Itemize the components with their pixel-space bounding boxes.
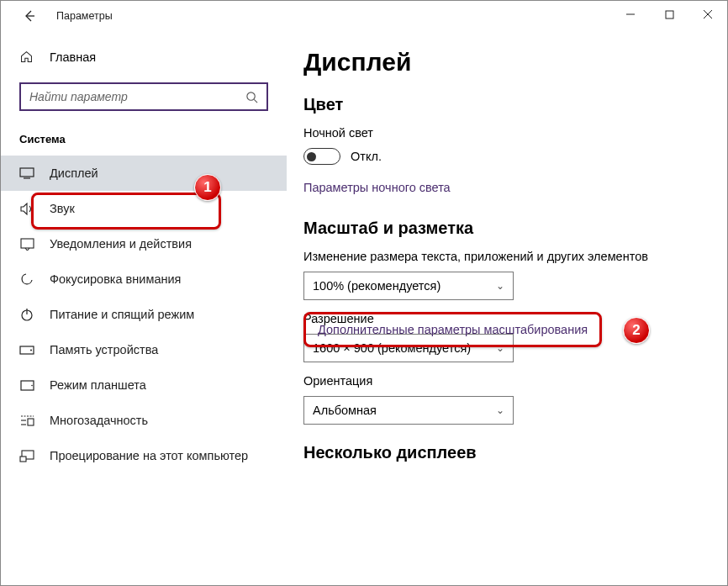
maximize-button[interactable] (650, 1, 688, 28)
advanced-scale-link[interactable]: Дополнительные параметры масштабирования (318, 323, 588, 336)
search-field[interactable] (29, 90, 245, 103)
home-link[interactable]: Главная (1, 43, 287, 71)
page-title: Дисплей (303, 48, 694, 77)
close-button[interactable] (688, 1, 727, 28)
dropdown-value: 100% (рекомендуется) (313, 279, 440, 293)
svg-rect-8 (21, 239, 34, 248)
storage-icon (19, 346, 34, 355)
section-multi: Несколько дисплеев (303, 443, 694, 462)
sidebar-item-power[interactable]: Питание и спящий режим (1, 297, 287, 332)
sidebar-item-storage[interactable]: Память устройства (1, 332, 287, 367)
dropdown-value: Альбомная (313, 404, 377, 417)
sidebar-item-notifications[interactable]: Уведомления и действия (1, 226, 287, 261)
titlebar: Параметры (1, 1, 727, 31)
sidebar-item-label: Фокусировка внимания (50, 272, 181, 286)
night-light-toggle[interactable] (303, 148, 340, 165)
orientation-dropdown[interactable]: Альбомная ⌄ (303, 396, 514, 425)
minimize-button[interactable] (611, 1, 650, 28)
home-icon (19, 50, 34, 64)
svg-rect-6 (20, 168, 34, 177)
content-area: Дисплей Цвет Ночной свет Откл. Параметры… (287, 31, 727, 585)
power-icon (19, 308, 34, 321)
sidebar-item-label: Проецирование на этот компьютер (50, 449, 248, 462)
search-input[interactable] (19, 82, 268, 111)
multitask-icon (19, 414, 34, 427)
notifications-icon (19, 238, 34, 251)
sound-icon (19, 203, 34, 215)
sidebar-item-display[interactable]: Дисплей (1, 156, 287, 191)
window-controls (611, 1, 727, 28)
night-light-label: Ночной свет (303, 126, 694, 140)
callout-2: Дополнительные параметры масштабирования (303, 312, 602, 347)
tablet-icon (19, 380, 34, 391)
annotation-badge-2: 2 (623, 317, 650, 344)
home-label: Главная (50, 50, 96, 64)
chevron-down-icon: ⌄ (496, 280, 504, 292)
sidebar-item-label: Многозадачность (50, 414, 148, 427)
sidebar-item-label: Режим планшета (50, 378, 146, 392)
sidebar-item-sound[interactable]: Звук (1, 191, 287, 226)
night-light-settings-link[interactable]: Параметры ночного света (303, 181, 451, 194)
toggle-state: Откл. (351, 150, 382, 163)
section-scale: Масштаб и разметка (303, 219, 694, 238)
sidebar-item-label: Уведомления и действия (50, 237, 192, 251)
svg-rect-17 (28, 419, 34, 425)
back-button[interactable] (16, 3, 43, 29)
orientation-label: Ориентация (303, 374, 694, 388)
sidebar-group-title: Система (1, 129, 287, 156)
svg-point-14 (31, 384, 33, 386)
focus-icon (19, 272, 34, 286)
svg-rect-1 (666, 11, 673, 18)
svg-line-5 (254, 99, 257, 103)
sidebar-item-tablet[interactable]: Режим планшета (1, 367, 287, 403)
projection-icon (19, 450, 34, 462)
sidebar-item-projection[interactable]: Проецирование на этот компьютер (1, 438, 287, 473)
scale-dropdown[interactable]: 100% (рекомендуется) ⌄ (303, 272, 514, 300)
svg-point-12 (30, 349, 32, 351)
section-color: Цвет (303, 95, 694, 114)
chevron-down-icon: ⌄ (496, 404, 504, 416)
sidebar-item-label: Питание и спящий режим (50, 308, 194, 321)
window-title: Параметры (56, 10, 113, 22)
sidebar-item-focus[interactable]: Фокусировка внимания (1, 261, 287, 297)
sidebar-item-label: Память устройства (50, 343, 158, 356)
sidebar-item-label: Звук (50, 202, 75, 215)
display-icon (19, 167, 34, 179)
sidebar-item-label: Дисплей (50, 166, 98, 180)
search-icon (245, 91, 258, 103)
annotation-badge-1: 1 (194, 174, 221, 201)
svg-point-4 (247, 92, 255, 99)
svg-rect-20 (20, 457, 26, 462)
sidebar: Главная Система Дисплей Звук Уведомления… (1, 31, 287, 585)
scale-label: Изменение размера текста, приложений и д… (303, 250, 694, 263)
sidebar-item-multitask[interactable]: Многозадачность (1, 403, 287, 438)
